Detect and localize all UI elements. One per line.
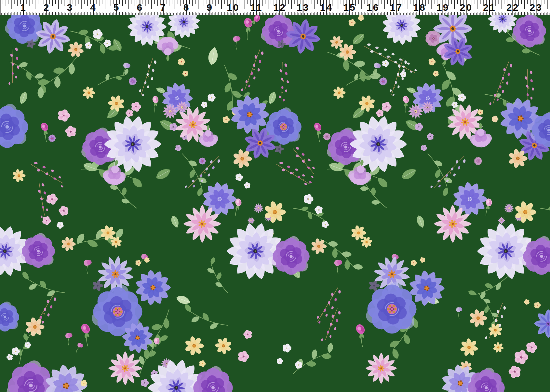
- ruler-number: 20: [460, 2, 473, 13]
- ruler-number: 11: [250, 2, 263, 13]
- ruler-number: 18: [413, 2, 426, 13]
- ruler-number: 14: [320, 2, 333, 13]
- ruler-number: 21: [483, 2, 496, 13]
- ruler-number: 10: [227, 2, 239, 13]
- ruler-number: 19: [436, 2, 449, 13]
- ruler-number: 23: [530, 2, 543, 13]
- ruler-number: 6: [137, 2, 143, 13]
- ruler-number: 5: [114, 2, 120, 13]
- ruler-number: 15: [343, 2, 356, 13]
- inch-ruler: 1234567891011121314151617181920212223: [0, 0, 550, 15]
- fabric-print: [0, 0, 550, 392]
- ruler-number: 13: [297, 2, 309, 13]
- ruler-number: 16: [367, 2, 379, 13]
- ruler-scale: 1234567891011121314151617181920212223: [0, 0, 550, 15]
- ruler-number: 4: [90, 2, 97, 13]
- ruler-number: 22: [506, 2, 519, 13]
- ruler-number: 3: [67, 2, 73, 13]
- ruler-number: 2: [44, 2, 50, 13]
- ruler-number: 9: [207, 2, 213, 13]
- ruler-number: 12: [273, 2, 286, 13]
- ruler-number: 8: [183, 2, 190, 13]
- ruler-number: 7: [160, 2, 167, 13]
- ruler-number: 1: [20, 2, 27, 13]
- fabric-swatch: 1234567891011121314151617181920212223: [0, 0, 550, 392]
- ruler-number: 17: [390, 2, 403, 13]
